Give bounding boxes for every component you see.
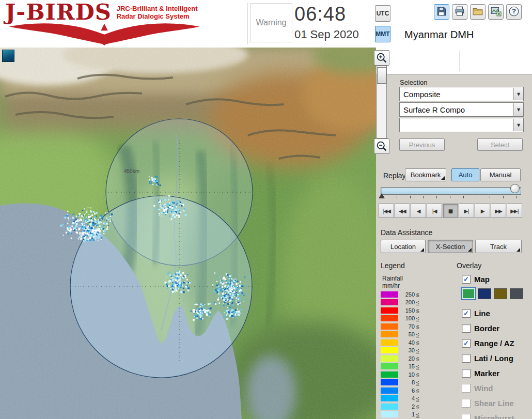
transport-skip-start[interactable]: |◀◀ — [379, 204, 394, 218]
help-button[interactable]: ? — [506, 4, 522, 20]
legend-row: 10≤ — [381, 370, 443, 379]
map-color-swatch-2[interactable] — [478, 288, 491, 299]
overlay-item-lati-long[interactable]: Lati / Long — [462, 354, 513, 363]
location-button[interactable]: Location — [381, 240, 426, 253]
chevron-down-icon[interactable]: ▼ — [513, 119, 523, 131]
zoom-out-icon — [375, 140, 388, 152]
legend-lte-symbol: ≤ — [416, 323, 419, 329]
legend-value: 6 — [401, 387, 415, 394]
timeline-slider-handle[interactable] — [510, 184, 520, 193]
legend-value: 70 — [401, 323, 415, 330]
selection-label: Selection — [400, 79, 427, 86]
track-button[interactable]: Track — [475, 240, 522, 253]
legend-row: 50≤ — [381, 331, 443, 339]
zoom-slider-thumb[interactable] — [377, 67, 386, 84]
transport-fast-rewind[interactable]: ◀◀ — [395, 204, 410, 218]
legend-row: 200≤ — [381, 299, 443, 307]
checkbox[interactable] — [462, 354, 471, 363]
overlay-item-border[interactable]: Border — [462, 324, 499, 333]
product-category-combo[interactable]: Composite ▼ — [399, 87, 524, 101]
overlay-item-wind[interactable]: Wind — [462, 384, 493, 393]
timeline-tick — [397, 196, 397, 198]
timeline-tick — [503, 196, 504, 198]
legend-lte-symbol: ≤ — [416, 339, 419, 345]
legend-color-swatch — [381, 355, 398, 362]
timeline-slider[interactable] — [381, 187, 521, 195]
checkbox[interactable]: ✓ — [462, 309, 471, 318]
map-color-swatch-1[interactable] — [462, 288, 475, 299]
legend-value: 8 — [401, 379, 415, 385]
transport-step-back[interactable]: |◀ — [427, 204, 442, 218]
save-button[interactable] — [434, 4, 449, 20]
legend-lte-symbol: ≤ — [416, 300, 419, 305]
map-color-swatch-3[interactable] — [494, 288, 507, 299]
app-window: J-BIRDS JRC-Brilliant & Intelligent Rada… — [0, 0, 532, 419]
chevron-down-icon[interactable]: ▼ — [513, 88, 523, 100]
checkbox[interactable]: ✓ — [462, 339, 471, 348]
print-icon — [454, 6, 465, 17]
legend-lte-symbol: ≤ — [416, 348, 419, 353]
overlay-item-label: Map — [474, 275, 490, 284]
zoom-out-button[interactable] — [374, 138, 389, 154]
legend-row: 1≤ — [381, 411, 443, 419]
legend-row: 6≤ — [381, 386, 443, 395]
legend-value: 10 — [401, 371, 415, 378]
legend-color-swatch — [381, 379, 398, 385]
checkbox[interactable] — [462, 384, 471, 393]
radar-map[interactable]: 450km — [0, 48, 376, 419]
x-section-button[interactable]: X-Section — [428, 240, 473, 253]
mmt-button[interactable]: MMT — [375, 26, 390, 42]
select-button[interactable]: Select — [477, 138, 523, 151]
checkbox[interactable] — [462, 369, 471, 378]
checkbox[interactable] — [462, 399, 471, 408]
chevron-down-icon[interactable]: ▼ — [513, 103, 523, 116]
legend-color-swatch — [381, 331, 398, 337]
zoom-slider[interactable] — [377, 66, 387, 138]
zoom-controls — [373, 50, 389, 154]
transport-fast-forward[interactable]: ▶▶ — [491, 204, 506, 218]
product-option-combo[interactable]: ▼ — [399, 118, 524, 132]
overlay-item-map[interactable]: ✓Map — [462, 275, 490, 284]
map-tool-button[interactable] — [2, 50, 14, 62]
map-color-swatch-4[interactable] — [510, 288, 523, 299]
auto-button[interactable]: Auto — [451, 168, 479, 181]
legend-row: 250≤ — [381, 290, 443, 299]
combo-value: Surface R Compo — [400, 105, 513, 114]
legend-value: 50 — [401, 331, 415, 337]
transport-skip-end[interactable]: ▶▶| — [507, 204, 522, 218]
manual-button[interactable]: Manual — [480, 168, 521, 181]
header-divider — [247, 3, 248, 44]
open-folder-button[interactable] — [470, 4, 486, 20]
legend-value: 2 — [401, 404, 415, 410]
legend-value: 200 — [401, 299, 415, 305]
overlay-item-label: Lati / Long — [474, 354, 513, 363]
export-image-button[interactable] — [488, 4, 504, 20]
overlay-item-marker[interactable]: Marker — [462, 369, 499, 378]
zoom-in-button[interactable] — [374, 50, 389, 66]
legend-lte-symbol: ≤ — [416, 412, 419, 417]
transport-play[interactable]: ▶ — [475, 204, 490, 218]
checkbox[interactable] — [462, 324, 471, 333]
overlay-item-range-az[interactable]: ✓Range / AZ — [462, 339, 514, 348]
legend-row: 30≤ — [381, 347, 443, 355]
transport-step-forward[interactable]: ▶| — [459, 204, 474, 218]
overlay-item-microburst[interactable]: Microburst — [462, 414, 514, 419]
map-color-swatches — [462, 288, 523, 299]
legend-color-swatch — [381, 339, 398, 346]
print-button[interactable] — [452, 4, 467, 20]
utc-button[interactable]: UTC — [375, 5, 390, 22]
overlay-item-line[interactable]: ✓Line — [462, 309, 490, 318]
legend-lte-symbol: ≤ — [416, 387, 419, 393]
transport-stop[interactable]: ■ — [443, 204, 458, 218]
timeline-tick — [463, 196, 464, 198]
bookmark-button[interactable]: Bookmark — [405, 168, 446, 181]
transport-play-back[interactable]: ◀ — [411, 204, 426, 218]
checkbox[interactable] — [462, 414, 471, 419]
eagle-icon — [3, 20, 206, 45]
overlay-item-shear-line[interactable]: Shear Line — [462, 399, 514, 408]
product-type-combo[interactable]: Surface R Compo ▼ — [399, 102, 524, 117]
legend-quantity: Rainfall — [382, 275, 403, 282]
legend-row: 100≤ — [381, 315, 443, 323]
previous-button[interactable]: Previous — [399, 138, 445, 151]
checkbox[interactable]: ✓ — [462, 275, 471, 284]
